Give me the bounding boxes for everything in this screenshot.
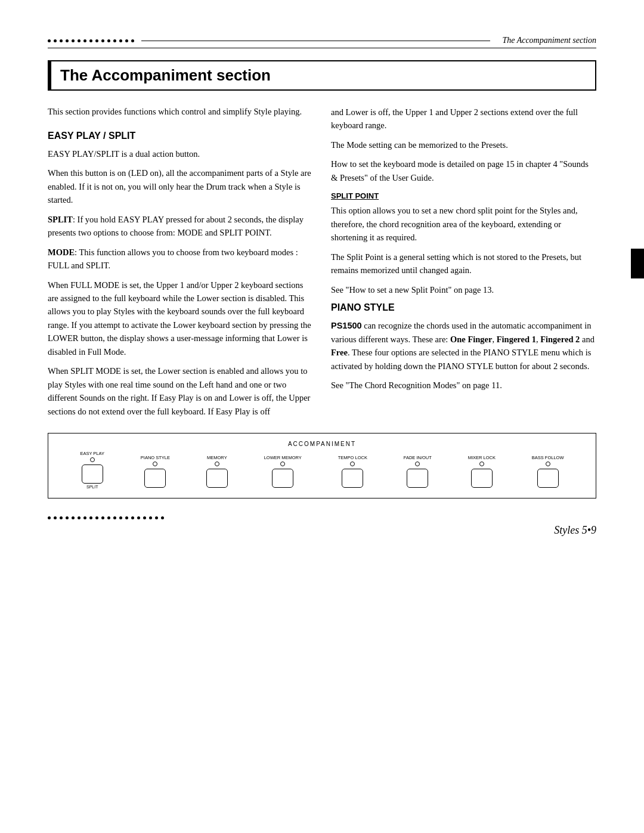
page-title-box: The Accompaniment section: [48, 60, 596, 91]
bold-fingered2: Fingered 2: [540, 335, 580, 344]
header-rule: [141, 41, 490, 41]
kb-btn-label-tempo-lock: TEMPO LOCK: [338, 455, 367, 460]
dot: [89, 516, 92, 519]
main-content: This section provides functions which co…: [48, 106, 596, 424]
kb-btn-easy-play: EASY PLAY SPLIT: [80, 451, 104, 489]
kb-btn-label-piano-style: PIANO STYLE: [141, 455, 170, 460]
dot: [113, 516, 116, 519]
kb-btn-led-tempo-lock: [350, 462, 355, 466]
bold-fingered1: Fingered 1: [497, 335, 536, 344]
kb-btn-led-mixer-lock: [479, 462, 484, 466]
dot: [72, 39, 75, 42]
dot: [137, 516, 140, 519]
dot: [131, 39, 134, 42]
mode-bold: MODE: [48, 247, 75, 257]
kb-btn-label-easy-play: EASY PLAY: [80, 451, 104, 456]
dot: [89, 39, 92, 42]
dot: [143, 516, 146, 519]
kb-btn-body-fade[interactable]: [407, 469, 428, 488]
kb-btn-body-piano-style[interactable]: [144, 469, 166, 488]
page-title: The Accompaniment section: [60, 66, 586, 85]
dot: [131, 516, 134, 519]
piano-style-ref: See "The Chord Recognition Modes" on pag…: [331, 379, 596, 392]
keyboard-diagram: ACCOMPANIMENT EASY PLAY SPLIT PIANO STYL…: [48, 433, 596, 498]
kb-btn-led-memory: [215, 462, 219, 466]
dot: [72, 516, 75, 519]
kb-btn-led-fade: [415, 462, 420, 466]
easy-play-p2: When this button is on (LED on), all the…: [48, 166, 313, 206]
dot: [113, 39, 116, 42]
header-dots: [48, 39, 134, 42]
kb-btn-tempo-lock: TEMPO LOCK: [338, 455, 367, 489]
kb-btn-mixer-lock: MIXER LOCK: [468, 455, 496, 489]
dot: [119, 39, 122, 42]
dot: [149, 516, 152, 519]
split-point-ref: See "How to set a new Split Point" on pa…: [331, 283, 596, 296]
easy-play-p3: SPLIT: If you hold EASY PLAY pressed for…: [48, 213, 313, 240]
page-container: The Accompaniment section The Accompanim…: [0, 0, 644, 833]
split-point-heading: SPLIT POINT: [331, 191, 596, 200]
keyboard-buttons-row: EASY PLAY SPLIT PIANO STYLE MEMORY: [57, 451, 587, 489]
header-section-title: The Accompaniment section: [502, 36, 596, 45]
easy-play-p4: MODE: This function allows you to choose…: [48, 246, 313, 272]
dot: [54, 516, 57, 519]
easy-play-p5: When FULL MODE is set, the Upper 1 and/o…: [48, 278, 313, 359]
kb-btn-body-lower-memory[interactable]: [272, 469, 293, 488]
right-column-wrapper: and Lower is off, the Upper 1 and Upper …: [331, 106, 596, 424]
intro-text: This section provides functions which co…: [48, 106, 313, 119]
mode-memory-text: The Mode setting can be memorized to the…: [331, 138, 596, 151]
kb-btn-label-bass-follow: BASS FOLLOW: [532, 455, 564, 460]
kb-btn-led-lower-memory: [280, 462, 285, 466]
kb-btn-led-easy-play: [90, 457, 95, 462]
kb-btn-label-fade: FADE IN/OUT: [404, 455, 432, 460]
footer-dots: [48, 516, 164, 519]
piano-style-heading: PIANO STYLE: [331, 302, 596, 313]
kb-btn-label-lower-memory: LOWER MEMORY: [264, 455, 302, 460]
dot: [48, 516, 51, 519]
dot: [101, 516, 104, 519]
keyboard-diagram-label: ACCOMPANIMENT: [57, 441, 587, 447]
kb-btn-label-mixer-lock: MIXER LOCK: [468, 455, 496, 460]
kb-btn-bass-follow: BASS FOLLOW: [532, 455, 564, 489]
piano-style-text: can recognize the chords used in the aut…: [331, 321, 595, 370]
dot: [60, 516, 63, 519]
kb-btn-body-tempo-lock[interactable]: [342, 469, 363, 488]
page-number: Styles 5•9: [48, 524, 596, 537]
black-square-decoration: [631, 249, 644, 278]
footer-area: Styles 5•9: [48, 516, 596, 537]
dot: [78, 39, 80, 42]
dot: [101, 39, 104, 42]
piano-style-p1: PS1500 can recognize the chords used in …: [331, 319, 596, 373]
continuation-text: and Lower is off, the Upper 1 and Upper …: [331, 106, 596, 132]
dot: [83, 516, 86, 519]
kb-btn-lower-memory: LOWER MEMORY: [264, 455, 302, 489]
dot: [83, 39, 86, 42]
easy-play-heading: EASY PLAY / SPLIT: [48, 131, 313, 141]
kb-btn-body-memory[interactable]: [206, 469, 228, 488]
kb-btn-body-mixer-lock[interactable]: [471, 469, 493, 488]
kb-btn-led-piano-style: [153, 462, 157, 466]
easy-play-p6: When SPLIT MODE is set, the Lower sectio…: [48, 364, 313, 418]
keyboard-mode-ref: How to set the keyboard mode is detailed…: [331, 157, 596, 184]
split-point-p2: The Split Point is a general setting whi…: [331, 250, 596, 277]
kb-btn-body-bass-follow[interactable]: [537, 469, 559, 488]
header-area: The Accompaniment section: [48, 36, 596, 48]
dot: [66, 516, 69, 519]
kb-btn-piano-style: PIANO STYLE: [141, 455, 170, 489]
bold-one-finger: One Finger: [450, 335, 492, 344]
easy-play-p1: EASY PLAY/SPLIT is a dual action button.: [48, 147, 313, 160]
right-column: and Lower is off, the Upper 1 and Upper …: [331, 106, 596, 392]
dot: [95, 516, 98, 519]
dot: [107, 516, 110, 519]
kb-btn-memory: MEMORY: [206, 455, 228, 489]
dot: [48, 39, 51, 42]
dot: [60, 39, 63, 42]
kb-btn-sub-easy-play: SPLIT: [86, 485, 98, 489]
kb-btn-fade: FADE IN/OUT: [404, 455, 432, 489]
brand-text: PS1500: [331, 321, 362, 330]
kb-btn-body-easy-play[interactable]: [82, 465, 103, 484]
left-column: This section provides functions which co…: [48, 106, 313, 424]
dot: [161, 516, 164, 519]
dot: [125, 39, 128, 42]
split-point-p1: This option allows you to set a new chor…: [331, 204, 596, 244]
